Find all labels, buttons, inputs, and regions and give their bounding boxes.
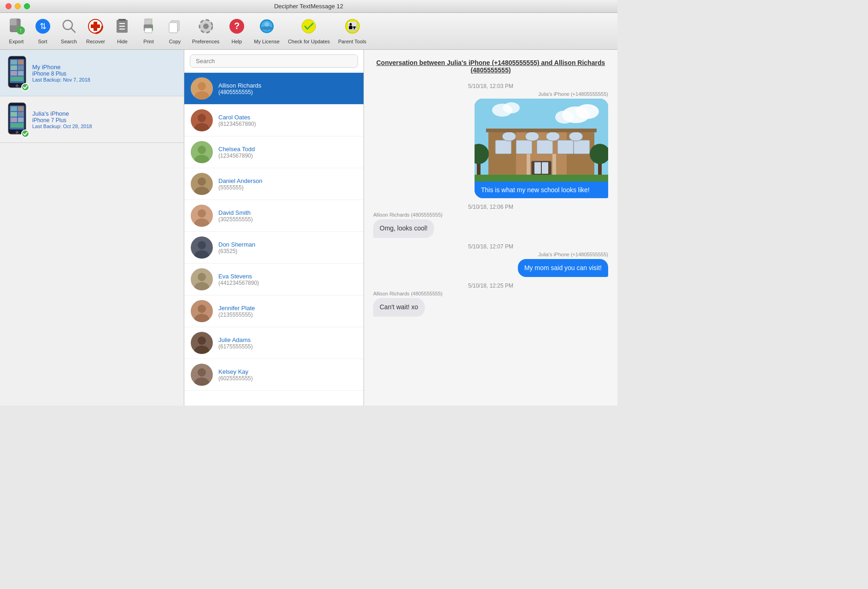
- toolbar: ↑ Export ⇅ Sort Search: [0, 13, 617, 50]
- contact-phone: (441234567890): [218, 280, 259, 286]
- svg-point-20: [151, 26, 153, 28]
- sort-button[interactable]: ⇅ Sort: [30, 16, 55, 46]
- list-item[interactable]: Don Sherman (63525): [184, 232, 364, 264]
- svg-rect-106: [542, 162, 548, 174]
- copy-label: Copy: [169, 39, 181, 44]
- avatar: [191, 173, 213, 195]
- export-button[interactable]: ↑ Export: [4, 16, 29, 46]
- list-item[interactable]: Carol Oates (81234567890): [184, 105, 364, 136]
- svg-rect-1: [10, 19, 17, 25]
- message-bubble-omg: Omg, looks cool!: [373, 219, 434, 238]
- traffic-lights: [6, 3, 30, 9]
- contacts-list: Allison Richards (4805555555) Carol Oate…: [184, 73, 364, 406]
- search-input[interactable]: [190, 54, 358, 68]
- contact-name: Jennifer Plate: [218, 305, 255, 312]
- svg-point-55: [16, 131, 18, 134]
- message-text-school: This is what my new school looks like!: [475, 182, 608, 198]
- device-item-julias-iphone[interactable]: Julia's iPhone iPhone 7 Plus Last Backup…: [0, 96, 184, 143]
- contact-name: Chelsea Todd: [218, 146, 255, 153]
- list-item[interactable]: David Smith (3025555555): [184, 200, 364, 232]
- svg-rect-49: [18, 106, 23, 111]
- check-updates-button[interactable]: Check for Updates: [284, 16, 334, 46]
- contact-name: Kelsey Kay: [218, 368, 253, 375]
- device-item-my-iphone[interactable]: My iPhone iPhone 8 Plus Last Backup: Nov…: [0, 50, 184, 96]
- print-button[interactable]: Print: [136, 16, 161, 46]
- svg-rect-98: [557, 140, 574, 154]
- svg-rect-105: [534, 162, 541, 174]
- svg-rect-96: [516, 140, 532, 154]
- message-row-outgoing-1: This is what my new school looks like!: [373, 99, 608, 198]
- preferences-button[interactable]: Preferences: [188, 16, 223, 46]
- svg-rect-22: [169, 23, 177, 33]
- svg-text:?: ?: [234, 21, 240, 31]
- contact-name: Eva Stevens: [218, 273, 259, 280]
- svg-text:⇅: ⇅: [39, 22, 46, 31]
- export-icon: ↑: [8, 18, 25, 37]
- list-item[interactable]: Daniel Anderson (5555555): [184, 168, 364, 200]
- contact-phone: (6025555555): [218, 375, 253, 382]
- list-item[interactable]: Chelsea Todd (1234567890): [184, 136, 364, 168]
- sender-label-outgoing-1: Julia's iPhone (+14805555555): [373, 91, 608, 97]
- avatar: [191, 77, 213, 100]
- svg-rect-102: [546, 132, 560, 141]
- list-item[interactable]: Kelsey Kay (6025555555): [184, 359, 364, 391]
- help-button[interactable]: ? Help: [224, 16, 249, 46]
- window-title: Decipher TextMessage 12: [274, 3, 343, 10]
- svg-point-84: [198, 368, 206, 377]
- svg-rect-44: [11, 77, 23, 81]
- title-bar: Decipher TextMessage 12: [0, 0, 617, 13]
- message-row-incoming-1: Omg, looks cool!: [373, 219, 608, 238]
- export-label: Export: [9, 39, 24, 44]
- svg-text:🌐: 🌐: [265, 30, 269, 34]
- my-license-button[interactable]: 🌐 My License: [250, 16, 283, 46]
- preferences-icon: [198, 18, 214, 37]
- svg-point-88: [576, 104, 599, 119]
- list-item[interactable]: Julie Adams (6175555555): [184, 327, 364, 359]
- svg-rect-19: [145, 28, 152, 33]
- device-name-julias-iphone: Julia's iPhone: [32, 110, 92, 117]
- list-item[interactable]: Allison Richards (4805555555): [184, 73, 364, 105]
- school-image: [475, 99, 608, 182]
- svg-rect-13: [118, 19, 126, 21]
- list-item[interactable]: Jennifer Plate (2135555555): [184, 295, 364, 327]
- svg-point-89: [555, 111, 574, 124]
- recover-button[interactable]: Recover: [82, 16, 109, 46]
- minimize-button[interactable]: [15, 3, 21, 9]
- close-button[interactable]: [6, 3, 12, 9]
- avatar: [191, 205, 213, 227]
- svg-rect-100: [502, 132, 516, 141]
- conversation-title: Conversation between Julia's iPhone (+14…: [373, 59, 608, 74]
- svg-point-25: [203, 24, 209, 29]
- parent-tools-button[interactable]: 👨‍👧 Parent Tools: [334, 16, 370, 46]
- parent-tools-icon: 👨‍👧: [344, 18, 361, 37]
- avatar: [191, 109, 213, 131]
- hide-button[interactable]: Hide: [110, 16, 135, 46]
- contact-phone: (4805555555): [218, 89, 261, 95]
- avatar: [191, 300, 213, 322]
- help-label: Help: [231, 39, 242, 44]
- svg-rect-18: [145, 19, 152, 24]
- recover-icon: [87, 18, 104, 37]
- svg-rect-101: [525, 132, 539, 141]
- maximize-button[interactable]: [24, 3, 30, 9]
- svg-rect-97: [537, 140, 553, 154]
- search-button[interactable]: Search: [56, 16, 82, 46]
- svg-point-75: [198, 273, 206, 281]
- svg-text:↑: ↑: [19, 27, 22, 34]
- svg-point-78: [198, 305, 206, 313]
- copy-button[interactable]: Copy: [162, 16, 188, 46]
- help-icon: ?: [229, 18, 245, 37]
- my-license-icon: 🌐: [258, 18, 275, 37]
- svg-rect-38: [11, 60, 17, 65]
- svg-point-31: [264, 22, 269, 27]
- svg-point-60: [198, 114, 206, 122]
- message-bubble-cant-wait: Can't wait! xo: [373, 298, 425, 317]
- contact-phone: (3025555555): [218, 216, 253, 223]
- timestamp: 5/10/18, 12:03 PM: [373, 83, 608, 89]
- list-item[interactable]: Eva Stevens (441234567890): [184, 264, 364, 295]
- contact-name: Don Sherman: [218, 241, 255, 248]
- svg-rect-40: [11, 65, 17, 70]
- sender-label-incoming-2: Allison Richards (4805555555): [373, 291, 608, 296]
- avatar: [191, 268, 213, 290]
- parent-tools-label: Parent Tools: [338, 39, 366, 44]
